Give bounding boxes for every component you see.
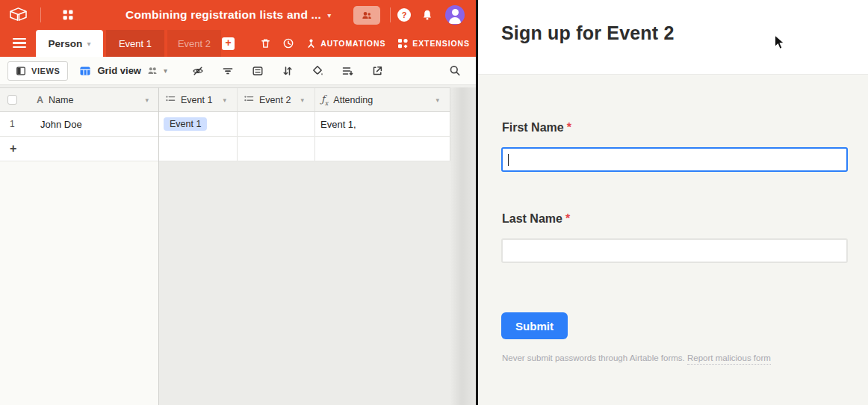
cell-attending[interactable]: Event 1, bbox=[315, 112, 450, 136]
view-toolbar: VIEWS Grid view ▾ bbox=[0, 57, 476, 85]
multi-select-field-icon bbox=[244, 93, 254, 107]
airtable-app: Combining registration lists and ... ▾ ? bbox=[0, 0, 868, 405]
views-toggle-button[interactable]: VIEWS bbox=[7, 61, 68, 81]
topbar-divider bbox=[390, 7, 391, 22]
cell-event-1[interactable]: Event 1 bbox=[159, 112, 238, 136]
column-event1-label: Event 1 bbox=[181, 95, 212, 105]
color-icon[interactable] bbox=[311, 65, 323, 77]
row-number: 1 bbox=[0, 119, 40, 129]
help-button[interactable]: ? bbox=[397, 8, 411, 22]
report-malicious-link[interactable]: Report malicious form bbox=[687, 353, 771, 365]
base-panel: Combining registration lists and ... ▾ ? bbox=[0, 0, 476, 405]
history-icon[interactable] bbox=[282, 37, 294, 49]
cell-name[interactable]: 1 John Doe bbox=[0, 112, 159, 136]
name-value: John Doe bbox=[40, 119, 82, 130]
form-disclaimer: Never submit passwords through Airtable … bbox=[502, 353, 771, 362]
automations-label: AUTOMATIONS bbox=[320, 39, 385, 48]
form-panel: Sign up for Event 2 First Name* Last Nam… bbox=[478, 0, 868, 405]
last-name-input[interactable] bbox=[501, 238, 848, 263]
base-title: Combining registration lists and ... bbox=[125, 8, 321, 22]
tab-event-2[interactable]: Event 2 bbox=[167, 30, 221, 57]
tab-event-1[interactable]: Event 1 bbox=[106, 30, 164, 57]
trash-icon[interactable] bbox=[260, 37, 271, 49]
airtable-logo-icon[interactable] bbox=[9, 7, 28, 25]
grid-area: A Name ▾ Event 1 ▾ bbox=[0, 85, 476, 405]
current-view-selector[interactable]: Grid view ▾ bbox=[79, 65, 167, 77]
column-caret-icon[interactable]: ▾ bbox=[300, 96, 304, 104]
select-all-checkbox[interactable] bbox=[7, 95, 17, 105]
column-caret-icon[interactable]: ▾ bbox=[435, 96, 439, 104]
view-name: Grid view bbox=[97, 65, 141, 76]
grid-background bbox=[159, 161, 476, 405]
user-avatar[interactable] bbox=[445, 5, 465, 25]
view-caret-icon: ▾ bbox=[164, 67, 167, 75]
tab-caret-icon[interactable]: ▾ bbox=[87, 40, 90, 48]
tab-person-label: Person bbox=[49, 38, 83, 49]
add-row-cell[interactable]: + bbox=[0, 137, 159, 161]
tab-event-1-label: Event 1 bbox=[119, 38, 152, 49]
required-asterisk: * bbox=[567, 121, 571, 134]
top-bar: Combining registration lists and ... ▾ ? bbox=[0, 0, 476, 30]
add-row-spacer bbox=[159, 137, 238, 161]
sort-icon[interactable] bbox=[282, 65, 294, 77]
add-table-button[interactable]: + bbox=[222, 37, 235, 50]
tab-person[interactable]: Person ▾ bbox=[36, 30, 103, 57]
first-name-input[interactable] bbox=[501, 147, 848, 172]
question-mark-icon: ? bbox=[402, 10, 407, 19]
row-height-icon[interactable] bbox=[341, 65, 353, 77]
column-attending-label: Attending bbox=[333, 95, 373, 105]
attending-value: Event 1, bbox=[320, 119, 356, 130]
extensions-label: EXTENSIONS bbox=[412, 39, 470, 48]
disclaimer-text: Never submit passwords through Airtable … bbox=[502, 353, 685, 362]
tab-event-2-label: Event 2 bbox=[178, 38, 211, 49]
vertical-scrollbar[interactable] bbox=[450, 87, 476, 405]
frozen-column-divider bbox=[158, 87, 159, 405]
cell-event-2[interactable] bbox=[238, 112, 315, 136]
hide-fields-icon[interactable] bbox=[192, 65, 204, 77]
share-collaborators-button[interactable] bbox=[353, 6, 380, 25]
sidebar-menu-icon[interactable] bbox=[13, 38, 26, 48]
form-header: Sign up for Event 2 bbox=[478, 0, 868, 75]
extensions-button[interactable]: EXTENSIONS bbox=[397, 37, 470, 49]
filter-icon[interactable] bbox=[222, 65, 234, 77]
formula-field-icon: ƒx bbox=[321, 93, 328, 107]
view-collaborators-icon bbox=[147, 66, 158, 75]
column-header-attending[interactable]: ƒx Attending ▾ bbox=[315, 88, 450, 111]
table-tab-bar: Person ▾ Event 1 Event 2 + bbox=[0, 30, 476, 57]
grid-view-icon bbox=[79, 65, 91, 77]
multi-select-field-icon bbox=[165, 93, 176, 107]
column-header-name[interactable]: A Name ▾ bbox=[0, 88, 159, 111]
add-row[interactable]: + bbox=[0, 137, 450, 161]
column-header-event-2[interactable]: Event 2 ▾ bbox=[238, 88, 315, 111]
last-name-label: Last Name* bbox=[502, 212, 570, 226]
add-row-plus-icon: + bbox=[10, 142, 16, 155]
views-label: VIEWS bbox=[31, 67, 60, 75]
column-event2-label: Event 2 bbox=[259, 95, 291, 105]
column-caret-icon[interactable]: ▾ bbox=[223, 96, 226, 104]
column-caret-icon[interactable]: ▾ bbox=[145, 96, 149, 104]
notifications-bell-icon[interactable] bbox=[421, 9, 433, 24]
mouse-cursor bbox=[774, 34, 785, 53]
avatar-head bbox=[452, 9, 459, 16]
extensions-icon bbox=[397, 37, 409, 49]
column-name-label: Name bbox=[49, 95, 73, 105]
share-view-icon[interactable] bbox=[371, 65, 383, 77]
base-title-caret-icon[interactable]: ▾ bbox=[327, 11, 331, 19]
submit-button[interactable]: Submit bbox=[501, 312, 568, 339]
search-icon[interactable] bbox=[449, 65, 461, 77]
group-icon[interactable] bbox=[252, 65, 264, 77]
add-row-spacer bbox=[238, 137, 315, 161]
topbar-divider bbox=[40, 7, 41, 22]
required-asterisk: * bbox=[565, 212, 570, 225]
first-name-label: First Name* bbox=[502, 121, 571, 135]
grid-frozen-column-background bbox=[0, 161, 159, 405]
table-row: 1 John Doe Event 1 Event 1, bbox=[0, 112, 450, 137]
automations-button[interactable]: AUTOMATIONS bbox=[306, 37, 385, 49]
app-grid-icon[interactable] bbox=[63, 10, 73, 23]
event1-tag: Event 1 bbox=[164, 117, 207, 131]
automations-icon bbox=[306, 37, 317, 49]
add-row-spacer bbox=[315, 137, 450, 161]
column-header-event-1[interactable]: Event 1 ▾ bbox=[159, 88, 238, 111]
text-field-icon: A bbox=[37, 95, 43, 105]
views-sidebar-icon bbox=[16, 66, 26, 76]
